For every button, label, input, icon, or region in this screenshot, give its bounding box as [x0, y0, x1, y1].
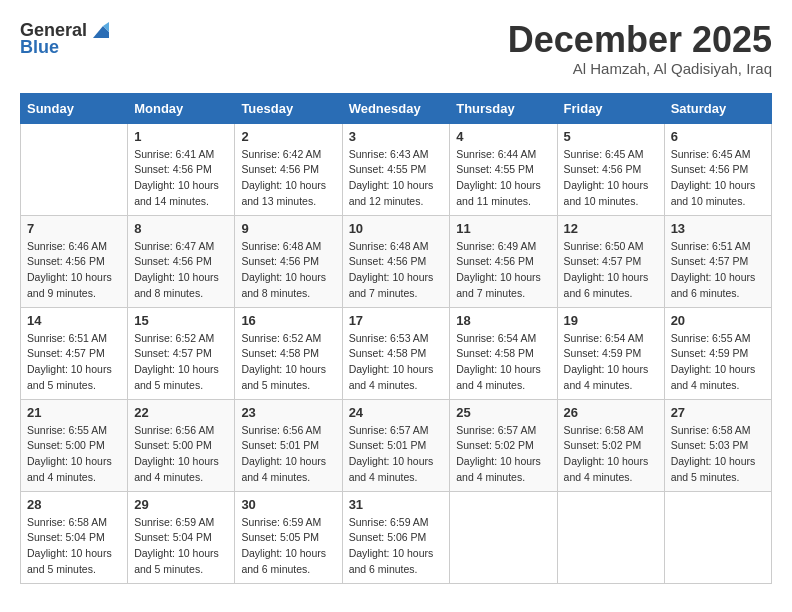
day-info: Sunrise: 6:55 AM Sunset: 4:59 PM Dayligh…: [671, 331, 765, 394]
day-info: Sunrise: 6:54 AM Sunset: 4:58 PM Dayligh…: [456, 331, 550, 394]
day-info: Sunrise: 6:58 AM Sunset: 5:03 PM Dayligh…: [671, 423, 765, 486]
calendar-cell: 8Sunrise: 6:47 AM Sunset: 4:56 PM Daylig…: [128, 215, 235, 307]
calendar-cell: 15Sunrise: 6:52 AM Sunset: 4:57 PM Dayli…: [128, 307, 235, 399]
day-number: 26: [564, 405, 658, 420]
day-number: 8: [134, 221, 228, 236]
calendar-cell: 16Sunrise: 6:52 AM Sunset: 4:58 PM Dayli…: [235, 307, 342, 399]
calendar-cell: 26Sunrise: 6:58 AM Sunset: 5:02 PM Dayli…: [557, 399, 664, 491]
title-area: December 2025 Al Hamzah, Al Qadisiyah, I…: [508, 20, 772, 77]
calendar-week-row: 28Sunrise: 6:58 AM Sunset: 5:04 PM Dayli…: [21, 491, 772, 583]
day-info: Sunrise: 6:43 AM Sunset: 4:55 PM Dayligh…: [349, 147, 444, 210]
day-info: Sunrise: 6:45 AM Sunset: 4:56 PM Dayligh…: [671, 147, 765, 210]
day-number: 2: [241, 129, 335, 144]
day-number: 7: [27, 221, 121, 236]
calendar-cell: 18Sunrise: 6:54 AM Sunset: 4:58 PM Dayli…: [450, 307, 557, 399]
day-number: 5: [564, 129, 658, 144]
calendar-cell: [450, 491, 557, 583]
day-info: Sunrise: 6:57 AM Sunset: 5:02 PM Dayligh…: [456, 423, 550, 486]
day-number: 12: [564, 221, 658, 236]
calendar-cell: 10Sunrise: 6:48 AM Sunset: 4:56 PM Dayli…: [342, 215, 450, 307]
day-number: 20: [671, 313, 765, 328]
day-number: 25: [456, 405, 550, 420]
day-info: Sunrise: 6:59 AM Sunset: 5:05 PM Dayligh…: [241, 515, 335, 578]
day-number: 13: [671, 221, 765, 236]
calendar-week-row: 21Sunrise: 6:55 AM Sunset: 5:00 PM Dayli…: [21, 399, 772, 491]
day-info: Sunrise: 6:47 AM Sunset: 4:56 PM Dayligh…: [134, 239, 228, 302]
day-header-wednesday: Wednesday: [342, 93, 450, 123]
day-number: 14: [27, 313, 121, 328]
calendar-cell: 29Sunrise: 6:59 AM Sunset: 5:04 PM Dayli…: [128, 491, 235, 583]
calendar-body: 1Sunrise: 6:41 AM Sunset: 4:56 PM Daylig…: [21, 123, 772, 583]
calendar-cell: 31Sunrise: 6:59 AM Sunset: 5:06 PM Dayli…: [342, 491, 450, 583]
day-info: Sunrise: 6:49 AM Sunset: 4:56 PM Dayligh…: [456, 239, 550, 302]
calendar-week-row: 7Sunrise: 6:46 AM Sunset: 4:56 PM Daylig…: [21, 215, 772, 307]
calendar-title: December 2025: [508, 20, 772, 60]
calendar-cell: 23Sunrise: 6:56 AM Sunset: 5:01 PM Dayli…: [235, 399, 342, 491]
logo-blue: Blue: [20, 38, 59, 58]
calendar-cell: 13Sunrise: 6:51 AM Sunset: 4:57 PM Dayli…: [664, 215, 771, 307]
calendar-table: SundayMondayTuesdayWednesdayThursdayFrid…: [20, 93, 772, 584]
day-header-sunday: Sunday: [21, 93, 128, 123]
calendar-cell: 19Sunrise: 6:54 AM Sunset: 4:59 PM Dayli…: [557, 307, 664, 399]
logo: General Blue: [20, 20, 111, 58]
day-number: 29: [134, 497, 228, 512]
calendar-cell: [21, 123, 128, 215]
calendar-cell: 22Sunrise: 6:56 AM Sunset: 5:00 PM Dayli…: [128, 399, 235, 491]
day-number: 15: [134, 313, 228, 328]
day-info: Sunrise: 6:56 AM Sunset: 5:00 PM Dayligh…: [134, 423, 228, 486]
calendar-cell: 2Sunrise: 6:42 AM Sunset: 4:56 PM Daylig…: [235, 123, 342, 215]
day-header-saturday: Saturday: [664, 93, 771, 123]
day-number: 30: [241, 497, 335, 512]
calendar-subtitle: Al Hamzah, Al Qadisiyah, Iraq: [508, 60, 772, 77]
day-info: Sunrise: 6:41 AM Sunset: 4:56 PM Dayligh…: [134, 147, 228, 210]
calendar-week-row: 1Sunrise: 6:41 AM Sunset: 4:56 PM Daylig…: [21, 123, 772, 215]
day-number: 22: [134, 405, 228, 420]
day-number: 9: [241, 221, 335, 236]
day-number: 17: [349, 313, 444, 328]
logo-icon: [89, 20, 111, 42]
day-number: 18: [456, 313, 550, 328]
day-info: Sunrise: 6:58 AM Sunset: 5:02 PM Dayligh…: [564, 423, 658, 486]
day-info: Sunrise: 6:50 AM Sunset: 4:57 PM Dayligh…: [564, 239, 658, 302]
calendar-cell: 1Sunrise: 6:41 AM Sunset: 4:56 PM Daylig…: [128, 123, 235, 215]
calendar-cell: 7Sunrise: 6:46 AM Sunset: 4:56 PM Daylig…: [21, 215, 128, 307]
day-header-tuesday: Tuesday: [235, 93, 342, 123]
calendar-cell: 25Sunrise: 6:57 AM Sunset: 5:02 PM Dayli…: [450, 399, 557, 491]
calendar-cell: 28Sunrise: 6:58 AM Sunset: 5:04 PM Dayli…: [21, 491, 128, 583]
day-number: 3: [349, 129, 444, 144]
day-number: 6: [671, 129, 765, 144]
calendar-cell: [664, 491, 771, 583]
calendar-cell: [557, 491, 664, 583]
calendar-week-row: 14Sunrise: 6:51 AM Sunset: 4:57 PM Dayli…: [21, 307, 772, 399]
day-header-monday: Monday: [128, 93, 235, 123]
calendar-cell: 24Sunrise: 6:57 AM Sunset: 5:01 PM Dayli…: [342, 399, 450, 491]
calendar-cell: 12Sunrise: 6:50 AM Sunset: 4:57 PM Dayli…: [557, 215, 664, 307]
day-info: Sunrise: 6:42 AM Sunset: 4:56 PM Dayligh…: [241, 147, 335, 210]
day-info: Sunrise: 6:59 AM Sunset: 5:04 PM Dayligh…: [134, 515, 228, 578]
day-number: 11: [456, 221, 550, 236]
day-number: 10: [349, 221, 444, 236]
calendar-cell: 30Sunrise: 6:59 AM Sunset: 5:05 PM Dayli…: [235, 491, 342, 583]
calendar-cell: 27Sunrise: 6:58 AM Sunset: 5:03 PM Dayli…: [664, 399, 771, 491]
day-info: Sunrise: 6:48 AM Sunset: 4:56 PM Dayligh…: [349, 239, 444, 302]
day-header-friday: Friday: [557, 93, 664, 123]
day-info: Sunrise: 6:58 AM Sunset: 5:04 PM Dayligh…: [27, 515, 121, 578]
calendar-cell: 17Sunrise: 6:53 AM Sunset: 4:58 PM Dayli…: [342, 307, 450, 399]
day-number: 16: [241, 313, 335, 328]
day-number: 31: [349, 497, 444, 512]
day-info: Sunrise: 6:52 AM Sunset: 4:57 PM Dayligh…: [134, 331, 228, 394]
day-info: Sunrise: 6:57 AM Sunset: 5:01 PM Dayligh…: [349, 423, 444, 486]
day-info: Sunrise: 6:45 AM Sunset: 4:56 PM Dayligh…: [564, 147, 658, 210]
day-info: Sunrise: 6:59 AM Sunset: 5:06 PM Dayligh…: [349, 515, 444, 578]
calendar-cell: 6Sunrise: 6:45 AM Sunset: 4:56 PM Daylig…: [664, 123, 771, 215]
day-info: Sunrise: 6:52 AM Sunset: 4:58 PM Dayligh…: [241, 331, 335, 394]
header: General Blue December 2025 Al Hamzah, Al…: [20, 20, 772, 77]
day-info: Sunrise: 6:48 AM Sunset: 4:56 PM Dayligh…: [241, 239, 335, 302]
day-number: 1: [134, 129, 228, 144]
calendar-cell: 20Sunrise: 6:55 AM Sunset: 4:59 PM Dayli…: [664, 307, 771, 399]
calendar-cell: 9Sunrise: 6:48 AM Sunset: 4:56 PM Daylig…: [235, 215, 342, 307]
day-number: 23: [241, 405, 335, 420]
calendar-cell: 3Sunrise: 6:43 AM Sunset: 4:55 PM Daylig…: [342, 123, 450, 215]
day-info: Sunrise: 6:46 AM Sunset: 4:56 PM Dayligh…: [27, 239, 121, 302]
day-number: 28: [27, 497, 121, 512]
